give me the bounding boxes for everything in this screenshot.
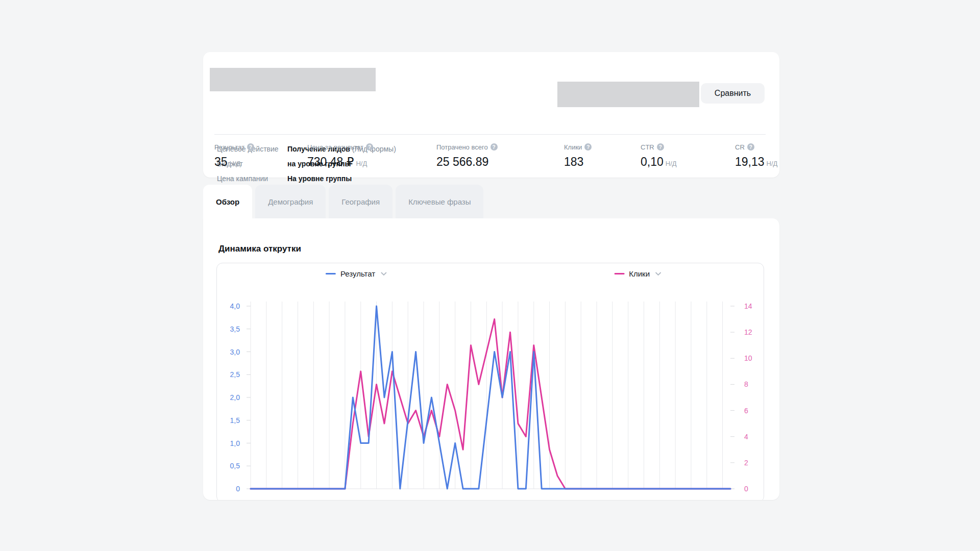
help-icon[interactable]: ? [747, 143, 754, 151]
compare-button[interactable]: Сравнить [701, 83, 765, 104]
stat-suffix: Н/Д [230, 160, 241, 167]
campaign-price-row: Цена кампанииНа уровне группы [217, 174, 352, 183]
campaign-price-label: Цена кампании [217, 174, 287, 183]
chevron-down-icon [381, 272, 387, 276]
help-icon[interactable]: ? [584, 143, 592, 151]
right-axis-tick-label: 12 [744, 328, 763, 337]
tab-география[interactable]: География [329, 185, 393, 218]
stat-label: CR? [735, 143, 777, 151]
tab-обзор[interactable]: Обзор [203, 185, 252, 218]
left-axis-tick-label: 4,0 [221, 302, 240, 311]
legend-clicks-label: Клики [629, 269, 650, 278]
stat-value: 25 566.89 [436, 155, 498, 169]
legend-item-clicks[interactable]: Клики [614, 269, 662, 278]
line-chart-plot [251, 299, 730, 493]
help-icon[interactable]: ? [491, 143, 498, 151]
stat-suffix: Н/Д [767, 160, 778, 167]
legend-item-result[interactable]: Результат [326, 269, 387, 278]
stat-suffix: Н/Д [356, 160, 367, 167]
stat-label: Цена за результат? [307, 143, 373, 151]
right-axis-tick-label: 0 [744, 484, 763, 493]
stat-suffix: Н/Д [666, 160, 677, 167]
right-axis-tick-label: 8 [744, 380, 763, 389]
series-line-клики [251, 319, 730, 489]
stat-column: Клики?183 [564, 143, 592, 169]
stat-value: 183 [564, 155, 592, 169]
stat-column: CR?19,13Н/Д [735, 143, 777, 169]
left-axis-tick-label: 3,0 [221, 347, 240, 357]
chart-box: Результат Клики 4,03,53,02,52,01,51,00,5… [216, 263, 764, 500]
stat-value: 730,48 ₽Н/Д [307, 155, 373, 169]
stat-value: 0,10Н/Д [641, 155, 677, 169]
clicks-series-color-dash [614, 273, 624, 274]
left-axis-tick-label: 2,5 [221, 370, 240, 379]
right-axis-tick-label: 4 [744, 432, 763, 441]
chevron-down-icon [655, 272, 662, 276]
campaign-title-redacted-block [210, 68, 376, 91]
stats-tabs: ОбзорДемографияГеографияКлючевые фразы [203, 185, 483, 218]
stat-value: 19,13Н/Д [735, 155, 777, 169]
help-icon[interactable]: ? [657, 143, 664, 151]
chart-card: Динамика открутки Результат Клики 4,03,5… [203, 218, 779, 500]
tab-ключевые-фразы[interactable]: Ключевые фразы [396, 185, 483, 218]
left-axis-tick-label: 1,5 [221, 416, 240, 425]
stat-label: Клики? [564, 143, 592, 151]
campaign-summary-card: Целевое действиеПолучение лидов (Лид-фор… [203, 52, 779, 178]
campaign-price-value: На уровне группы [287, 174, 352, 183]
stat-value: 35Н/Д [214, 155, 254, 169]
right-axis-tick-label: 10 [744, 354, 763, 363]
right-axis-tick-label: 6 [744, 406, 763, 415]
legend-result-label: Результат [340, 269, 375, 278]
stat-column: Потрачено всего?25 566.89 [436, 143, 498, 169]
help-icon[interactable]: ? [247, 143, 254, 151]
left-axis-tick-label: 2,0 [221, 393, 240, 402]
ads-statistics-page: { "campaign_card": { "target_action_labe… [0, 0, 980, 551]
stat-column: Цена за результат?730,48 ₽Н/Д [307, 143, 373, 169]
help-icon[interactable]: ? [366, 143, 373, 151]
left-axis-tick-label: 0 [221, 484, 240, 493]
chart-section-title: Динамика открутки [218, 244, 301, 254]
result-series-color-dash [326, 273, 336, 274]
left-axis-tick-label: 3,5 [221, 324, 240, 334]
right-axis-tick-label: 2 [744, 458, 763, 467]
stat-column: Результат?35Н/Д [214, 143, 254, 169]
stat-label: Результат? [214, 143, 254, 151]
stat-label: CTR? [641, 143, 677, 151]
stat-column: CTR?0,10Н/Д [641, 143, 677, 169]
date-range-redacted-block [557, 82, 699, 107]
left-axis-tick-label: 0,5 [221, 461, 240, 470]
tab-демография[interactable]: Демография [255, 185, 326, 218]
right-axis-tick-label: 14 [744, 302, 763, 311]
stat-label: Потрачено всего? [436, 143, 498, 151]
stats-divider [214, 134, 766, 135]
left-axis-tick-label: 1,0 [221, 439, 240, 448]
